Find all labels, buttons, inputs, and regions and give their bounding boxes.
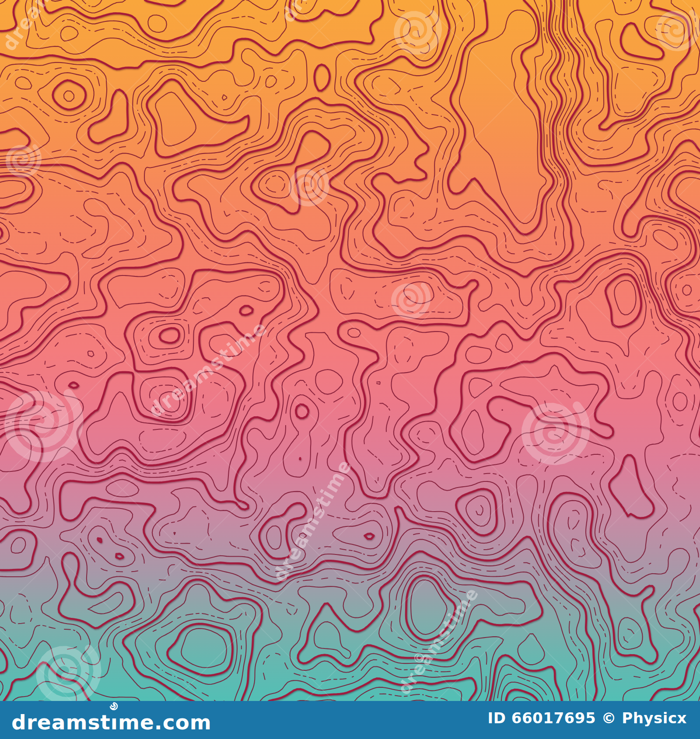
logo-dotless-i: ı	[111, 710, 118, 734]
watermarked-stock-image: dreamstimedreamstimedreamstimedreamstime…	[0, 0, 700, 739]
footer-bar: dreamstıme.com ID 66017695 © Physicx	[0, 701, 700, 739]
logo-spiral-icon	[108, 701, 119, 713]
dreamstime-logo[interactable]: dreamstıme.com	[11, 712, 212, 732]
image-id-credit: ID 66017695 © Physicx	[488, 709, 687, 727]
logo-text-pre: dreamst	[11, 710, 111, 734]
topographic-pattern-canvas	[0, 0, 700, 701]
logo-text-post: me.com	[118, 710, 212, 734]
logo-i-wrap: ı	[111, 712, 118, 732]
